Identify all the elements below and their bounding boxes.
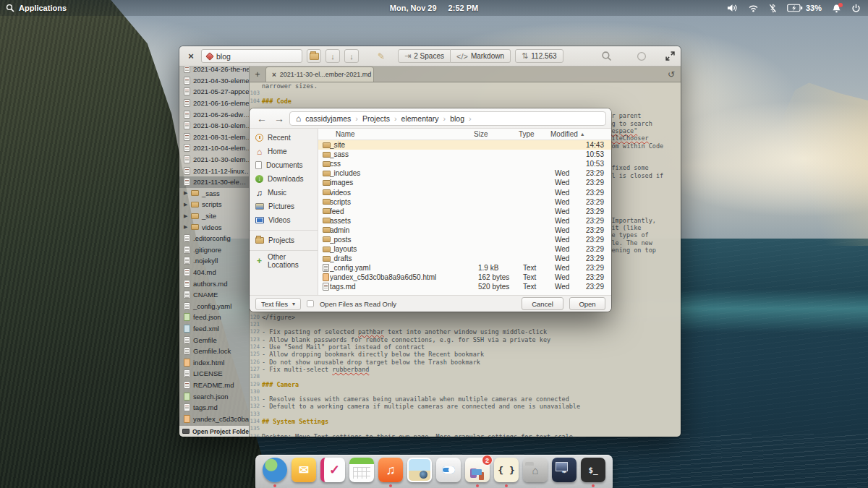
open-file-button[interactable] <box>307 49 321 63</box>
dock-item-music[interactable]: ♫ <box>377 458 404 488</box>
breadcrumb-item[interactable]: blog <box>450 114 464 123</box>
save-as-button[interactable]: ↓ <box>344 49 359 63</box>
column-name[interactable]: Name <box>318 130 474 138</box>
place-downloads[interactable]: ↓Downloads <box>250 172 318 186</box>
sidebar-file-item[interactable]: Gemfile <box>179 334 250 346</box>
menu-button[interactable] <box>637 51 647 61</box>
file-row[interactable]: adminWed23:29 <box>318 226 611 235</box>
file-row[interactable]: assetsWed23:29 <box>318 216 611 226</box>
sidebar-file-item[interactable]: 2021-08-31-elem… <box>179 132 250 143</box>
place-other-locations[interactable]: +Other Locations <box>250 254 318 267</box>
dock-item-photos[interactable] <box>406 458 433 488</box>
sidebar-file-item[interactable]: _config.yaml <box>179 300 250 312</box>
window-close-button[interactable]: × <box>185 51 197 61</box>
place-home[interactable]: ⌂Home <box>250 145 318 158</box>
sidebar-file-item[interactable]: authors.md <box>179 278 250 289</box>
dock-item-mail[interactable]: ✉ <box>290 458 318 488</box>
sidebar-folder-item[interactable]: ▶_site <box>179 210 250 222</box>
file-row[interactable]: feedWed23:29 <box>318 207 611 216</box>
filter-dropdown[interactable]: Text files ▾ <box>255 298 301 310</box>
file-row[interactable]: scriptsWed23:29 <box>318 197 611 207</box>
sidebar-file-item[interactable]: 2021-05-27-appcent… <box>179 86 250 98</box>
tab-active[interactable]: × 2021-11-30-el...ember-2021.md <box>265 67 374 82</box>
place-videos[interactable]: Videos <box>250 213 318 227</box>
file-row[interactable]: yandex_c5d3c0ba8a9a6d50.html162 bytesTex… <box>318 273 611 282</box>
column-type[interactable]: Type <box>519 130 550 138</box>
sidebar-file-item[interactable]: 2021-04-30-elemen… <box>179 75 250 87</box>
back-button[interactable]: ← <box>255 113 269 124</box>
dock-item-files[interactable]: ⌂ <box>522 458 549 488</box>
breadcrumb-item[interactable]: Projects <box>362 114 390 123</box>
maximize-button[interactable] <box>665 51 675 61</box>
breadcrumb-item[interactable]: elementary <box>401 114 439 123</box>
expander-icon[interactable]: ▶ <box>184 190 188 196</box>
forward-button[interactable]: → <box>272 113 286 124</box>
sidebar-file-item[interactable]: 2021-10-04-elem… <box>179 142 250 154</box>
sidebar-file-item[interactable]: feed.xml <box>179 323 250 335</box>
dock-item-appcenter[interactable]: 2 <box>464 458 491 488</box>
sidebar-file-item[interactable]: search.json <box>179 390 250 402</box>
file-row[interactable]: _postsWed23:29 <box>318 235 611 244</box>
sidebar-file-item[interactable]: yandex_c5d3c0ba8a9a… <box>179 413 250 424</box>
sidebar-file-item[interactable]: 2021-08-10-elem… <box>179 120 250 132</box>
goto-line-button[interactable]: ⇅112.563 <box>515 49 563 63</box>
file-row[interactable]: imagesWed23:29 <box>318 178 611 187</box>
sidebar-file-item[interactable]: 2021-06-26-edw… <box>179 108 250 120</box>
sidebar-file-item[interactable]: 2021-04-26-the-ne… <box>179 67 250 75</box>
dock-item-web-browser[interactable] <box>261 458 289 488</box>
find-button[interactable] <box>601 51 612 61</box>
dock-item-tasks[interactable]: ✓ <box>319 458 346 488</box>
column-modified[interactable]: Modified ▲ <box>550 130 611 138</box>
file-row[interactable]: _config.yaml1.9 kBTextWed23:29 <box>318 263 611 273</box>
dock-item-terminal[interactable]: $_ <box>579 458 607 488</box>
datetime[interactable]: Mon, Nov 29 2:52 PM <box>0 0 868 16</box>
sidebar-folder-item[interactable]: ▶scripts <box>179 199 250 210</box>
save-button[interactable]: ↓ <box>326 49 340 63</box>
place-music[interactable]: ♫Music <box>250 186 318 200</box>
column-size[interactable]: Size <box>474 130 519 138</box>
new-tab-button[interactable]: + <box>250 67 265 82</box>
dock-item-screenshot-tool[interactable]: ⚙ <box>550 458 578 488</box>
sidebar-file-item[interactable]: CNAME <box>179 289 250 301</box>
sidebar-file-item[interactable]: 2021-10-30-elem… <box>179 154 250 166</box>
place-projects[interactable]: Projects <box>250 234 318 247</box>
pathbar[interactable]: ⌂cassidyjames›Projects›elementary›blog› <box>289 111 606 126</box>
sidebar-file-item[interactable]: 2021-11-12-linux… <box>179 165 250 176</box>
sidebar-file-item[interactable]: LICENSE <box>179 368 250 380</box>
readonly-checkbox[interactable] <box>307 300 314 307</box>
open-button[interactable]: Open <box>569 297 605 310</box>
sidebar-file-item[interactable]: .nojekyll <box>179 255 250 267</box>
sidebar-file-item[interactable]: index.html <box>179 356 250 368</box>
breadcrumb-item[interactable]: cassidyjames <box>305 114 351 123</box>
sidebar-folder-item[interactable]: ▶_sass <box>179 188 250 200</box>
place-documents[interactable]: Documents <box>250 158 318 172</box>
open-project-folder-button[interactable]: Open Project Folder… ⋮ <box>179 425 250 437</box>
file-row[interactable]: videosWed23:29 <box>318 187 611 197</box>
file-row[interactable]: tags.md520 bytesTextWed23:29 <box>318 282 611 291</box>
file-row[interactable]: _draftsWed23:29 <box>318 254 611 263</box>
sidebar-file-item[interactable]: tags.md <box>179 402 250 414</box>
dock-item-calendar[interactable] <box>348 458 375 488</box>
sidebar-file-item[interactable]: .editorconfig <box>179 233 250 244</box>
dock-item-system-settings[interactable] <box>435 458 462 488</box>
notifications-indicator[interactable] <box>832 4 841 13</box>
sidebar-file-item[interactable]: feed.json <box>179 312 250 323</box>
project-chooser[interactable]: blog <box>201 49 302 63</box>
expander-icon[interactable]: ▶ <box>184 224 188 230</box>
sidebar-file-item[interactable]: 2021-11-30-ele… <box>179 176 250 188</box>
file-row[interactable]: _layoutsWed23:29 <box>318 244 611 254</box>
sidebar-file-item[interactable]: Gemfile.lock <box>179 346 250 357</box>
place-recent[interactable]: Recent <box>250 131 318 145</box>
cancel-button[interactable]: Cancel <box>522 297 563 310</box>
expander-icon[interactable]: ▶ <box>184 213 188 219</box>
sidebar-folder-item[interactable]: ▶videos <box>179 221 250 233</box>
place-pictures[interactable]: Pictures <box>250 200 318 213</box>
file-row[interactable]: _sass10:53 <box>318 150 611 159</box>
file-row[interactable]: _site14:43 <box>318 140 611 150</box>
indent-width-button[interactable]: ⇥2 Spaces <box>398 49 451 63</box>
history-icon[interactable]: ↺ <box>668 69 681 80</box>
language-button[interactable]: </>Markdown <box>451 49 511 63</box>
sidebar-file-item[interactable]: 404.md <box>179 267 250 278</box>
sidebar-file-item[interactable]: README.md <box>179 380 250 391</box>
dock-item-code[interactable]: { } <box>493 458 520 488</box>
